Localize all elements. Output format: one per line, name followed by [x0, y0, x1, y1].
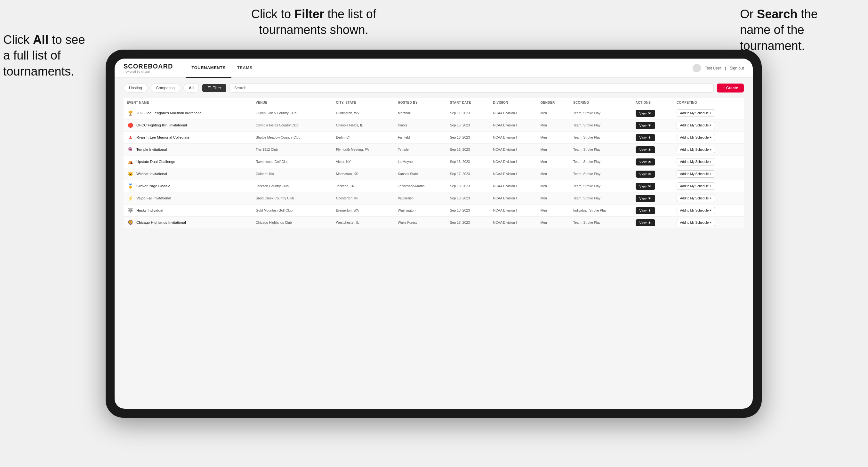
table-row: ⛺ Upstate Dual Challenge Ravenwood Golf … [124, 156, 744, 168]
logo-area: SCOREBOARD Powered by clippd [124, 63, 173, 73]
view-button-3[interactable]: View 👁 [636, 146, 655, 153]
cell-date-7: Sep 18, 2023 [447, 192, 490, 205]
eye-icon-9: 👁 [648, 221, 651, 225]
cell-actions-5: View 👁 [632, 168, 673, 180]
cell-division-1: NCAA Division I [490, 119, 537, 131]
cell-hosted-1: Illinois [395, 119, 447, 131]
all-tab[interactable]: All [183, 84, 199, 93]
avatar [692, 64, 701, 72]
col-hosted-by: HOSTED BY [395, 98, 447, 107]
cell-date-6: Sep 18, 2023 [447, 180, 490, 192]
user-label: Test User [705, 66, 721, 70]
table-row: ⚡ Valpo Fall Invitational Sand Creek Cou… [124, 192, 744, 205]
col-city-state: CITY, STATE [333, 98, 395, 107]
cell-date-8: Sep 18, 2023 [447, 205, 490, 217]
cell-competing-4: Add to My Schedule + [673, 156, 744, 168]
eye-icon-6: 👁 [648, 184, 651, 188]
table-row: 🏆 2023 Joe Feaganes Marshall Invitationa… [124, 107, 744, 119]
filter-icon: ☰ [208, 86, 211, 90]
cell-hosted-6: Tennessee-Martin [395, 180, 447, 192]
schedule-button-1[interactable]: Add to My Schedule + [677, 122, 715, 129]
filter-button[interactable]: ☰ Filter [202, 84, 226, 92]
cell-gender-5: Men [537, 168, 570, 180]
top-bar: SCOREBOARD Powered by clippd TOURNAMENTS… [115, 59, 753, 78]
cell-date-3: Sep 16, 2023 [447, 144, 490, 156]
table-row: 🔺 Ryan T. Lee Memorial Collegiate Shuttl… [124, 131, 744, 144]
view-button-6[interactable]: View 👁 [636, 183, 655, 190]
cell-city-7: Chesterton, IN [333, 192, 395, 205]
schedule-button-4[interactable]: Add to My Schedule + [677, 158, 715, 165]
view-button-1[interactable]: View 👁 [636, 122, 655, 129]
event-name-text-0: 2023 Joe Feaganes Marshall Invitational [136, 111, 203, 116]
team-logo-7: ⚡ [127, 195, 134, 202]
event-name-text-6: Grover Page Classic [136, 184, 170, 189]
cell-scoring-1: Team, Stroke Play [570, 119, 632, 131]
cell-scoring-8: Individual, Stroke Play [570, 205, 632, 217]
view-button-7[interactable]: View 👁 [636, 195, 655, 202]
nav-tab-tournaments[interactable]: TOURNAMENTS [186, 59, 231, 78]
create-button[interactable]: + Create [717, 84, 744, 93]
cell-hosted-5: Kansas State [395, 168, 447, 180]
cell-venue-9: Chicago Highlands Club [252, 217, 333, 229]
cell-division-8: NCAA Division I [490, 205, 537, 217]
cell-event-name-0: 🏆 2023 Joe Feaganes Marshall Invitationa… [124, 107, 252, 119]
cell-gender-1: Men [537, 119, 570, 131]
signout-link[interactable]: Sign out [730, 66, 744, 70]
view-button-5[interactable]: View 👁 [636, 170, 655, 178]
hosting-tab[interactable]: Hosting [124, 84, 148, 93]
cell-venue-8: Gold Mountain Golf Club [252, 205, 333, 217]
table-row: 🔴 OFCC Fighting Illini Invitational Olym… [124, 119, 744, 131]
competing-tab[interactable]: Competing [151, 84, 180, 93]
cell-event-name-1: 🔴 OFCC Fighting Illini Invitational [124, 119, 252, 131]
table-row: 🏅 Grover Page Classic Jackson Country Cl… [124, 180, 744, 192]
cell-city-3: Plymouth Meeting, PA [333, 144, 395, 156]
schedule-button-2[interactable]: Add to My Schedule + [677, 134, 715, 141]
cell-event-name-6: 🏅 Grover Page Classic [124, 180, 252, 192]
cell-gender-3: Men [537, 144, 570, 156]
schedule-button-0[interactable]: Add to My Schedule + [677, 110, 715, 117]
cell-event-name-2: 🔺 Ryan T. Lee Memorial Collegiate [124, 131, 252, 144]
cell-city-1: Olympia Fields, IL [333, 119, 395, 131]
logo-text: SCOREBOARD [124, 63, 173, 70]
table-row: 🏛 Temple Invitational The 1912 Club Plym… [124, 144, 744, 156]
cell-scoring-3: Team, Stroke Play [570, 144, 632, 156]
view-button-8[interactable]: View 👁 [636, 207, 655, 214]
cell-venue-4: Ravenwood Golf Club [252, 156, 333, 168]
view-button-9[interactable]: View 👁 [636, 219, 655, 226]
col-actions: ACTIONS [632, 98, 673, 107]
col-competing: COMPETING [673, 98, 744, 107]
cell-actions-0: View 👁 [632, 107, 673, 119]
cell-hosted-7: Valparaiso [395, 192, 447, 205]
view-button-4[interactable]: View 👁 [636, 158, 655, 165]
col-scoring: SCORING [570, 98, 632, 107]
cell-actions-2: View 👁 [632, 131, 673, 144]
cell-venue-0: Guyan Golf & Country Club [252, 107, 333, 119]
nav-tab-teams[interactable]: TEAMS [231, 59, 258, 78]
search-input[interactable] [229, 84, 714, 93]
schedule-button-3[interactable]: Add to My Schedule + [677, 146, 715, 153]
schedule-button-9[interactable]: Add to My Schedule + [677, 219, 715, 226]
schedule-button-6[interactable]: Add to My Schedule + [677, 182, 715, 190]
event-name-text-1: OFCC Fighting Illini Invitational [136, 123, 187, 128]
schedule-button-5[interactable]: Add to My Schedule + [677, 170, 715, 178]
cell-date-5: Sep 17, 2023 [447, 168, 490, 180]
cell-division-0: NCAA Division I [490, 107, 537, 119]
cell-actions-9: View 👁 [632, 217, 673, 229]
event-name-text-3: Temple Invitational [136, 147, 167, 152]
schedule-button-8[interactable]: Add to My Schedule + [677, 207, 715, 214]
cell-division-3: NCAA Division I [490, 144, 537, 156]
cell-competing-2: Add to My Schedule + [673, 131, 744, 144]
cell-city-8: Bremerton, WA [333, 205, 395, 217]
schedule-button-7[interactable]: Add to My Schedule + [677, 195, 715, 202]
cell-competing-8: Add to My Schedule + [673, 205, 744, 217]
event-name-text-5: Wildcat Invitational [136, 172, 167, 176]
view-button-0[interactable]: View 👁 [636, 110, 655, 117]
nav-tabs: TOURNAMENTS TEAMS [186, 59, 692, 78]
cell-gender-2: Men [537, 131, 570, 144]
cell-gender-7: Men [537, 192, 570, 205]
cell-actions-8: View 👁 [632, 205, 673, 217]
cell-hosted-3: Temple [395, 144, 447, 156]
col-venue: VENUE [252, 98, 333, 107]
view-button-2[interactable]: View 👁 [636, 134, 655, 141]
col-gender: GENDER [537, 98, 570, 107]
